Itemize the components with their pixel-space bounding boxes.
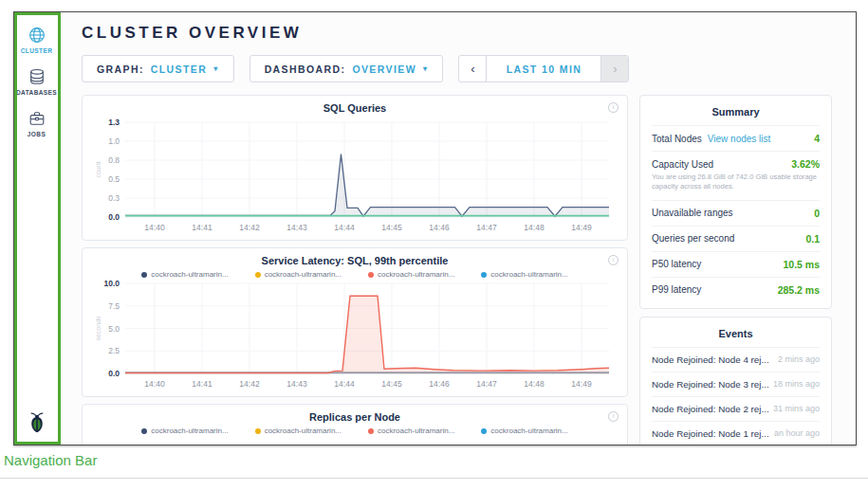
event-time: 18 mins ago [773,379,820,389]
event-row: Node Rejoined: Node 1 rej... an hour ago [652,421,820,445]
p50-latency-row: P50 latency 10.5 ms [652,251,820,277]
legend-item: cockroach-ultramarin... [368,426,454,435]
event-time: 31 mins ago [773,404,820,413]
legend-dot-icon [255,428,261,434]
info-icon[interactable]: i [608,102,619,113]
p99-latency-row: P99 latency 285.2 ms [652,277,820,302]
graph-dropdown[interactable]: GRAPH: CLUSTER ▾ [82,55,234,82]
legend-dot-icon [368,272,374,278]
time-range-next-button[interactable]: › [600,56,628,82]
event-row: Node Rejoined: Node 3 rej... 18 mins ago [652,372,820,396]
legend-dot-icon [255,272,261,278]
navigation-bar-annotation-label: Navigation Bar [4,452,97,468]
dashboard-dropdown[interactable]: DASHBOARD: OVERVIEW ▾ [249,55,444,82]
svg-text:seconds: seconds [95,316,102,341]
sidebar-item-jobs[interactable]: JOBS [14,109,59,137]
svg-text:14:41: 14:41 [192,379,212,389]
event-text: Node Rejoined: Node 4 rej... [652,354,769,365]
legend-item: cockroach-ultramarin... [368,270,454,279]
legend-item: cockroach-ultramarin... [141,426,228,435]
toolbar: GRAPH: CLUSTER ▾ DASHBOARD: OVERVIEW ▾ ‹… [82,55,844,82]
sidebar-item-label: CLUSTER [14,47,59,54]
legend-item: cockroach-ultramarin... [481,426,567,435]
svg-text:0.5: 0.5 [108,174,120,184]
chart-title: Replicas per Node [93,410,617,424]
jobs-briefcase-icon [28,109,46,128]
info-icon[interactable]: i [608,255,619,265]
svg-text:14:40: 14:40 [144,223,165,232]
chevron-down-icon: ▾ [423,64,428,73]
cluster-globe-icon [28,26,46,45]
svg-text:7.5: 7.5 [108,301,120,311]
dashboard-dropdown-label: DASHBOARD: [265,64,346,75]
svg-text:14:41: 14:41 [192,223,212,232]
svg-text:14:49: 14:49 [571,223,592,232]
dashboard-content: SQL Queries i 1.31.00.80.50.30.0count14:… [82,95,844,445]
p50-latency-value: 10.5 ms [783,259,820,270]
svg-text:14:45: 14:45 [381,223,402,232]
p99-latency-value: 285.2 ms [778,284,820,296]
p50-latency-label: P50 latency [652,259,701,269]
chart-title: Service Latency: SQL, 99th percentile [93,254,617,267]
sidebar-item-label: JOBS [14,131,59,137]
svg-text:1.0: 1.0 [108,136,120,146]
navigation-bar: CLUSTER DATABASES [14,12,60,445]
event-text: Node Rejoined: Node 3 rej... [652,379,769,390]
graph-dropdown-label: GRAPH: [97,64,144,75]
capacity-used-row: Capacity Used 3.62% You are using 26.8 G… [652,151,820,200]
cockroach-labs-logo[interactable] [14,410,59,439]
page-title: CLUSTER OVERVIEW [82,24,844,43]
info-icon[interactable]: i [608,411,619,422]
queries-per-second-label: Queries per second [652,233,734,244]
event-text: Node Rejoined: Node 1 rej... [652,428,769,439]
view-nodes-list-link[interactable]: View nodes list [708,134,771,144]
svg-text:0.0: 0.0 [108,369,120,378]
service-latency-chart: 10.07.55.02.50.0seconds14:4014:4114:4214… [93,279,615,390]
summary-panel: Summary Total Nodes View nodes list 4 Ca… [639,95,832,309]
event-time: 2 mins ago [778,354,820,364]
graph-dropdown-value: CLUSTER [151,64,207,75]
time-range-label[interactable]: LAST 10 MIN [487,56,600,82]
p99-latency-label: P99 latency [652,284,701,295]
total-nodes-row: Total Nodes View nodes list 4 [652,125,820,151]
svg-text:10.0: 10.0 [103,279,120,288]
chart-legend: cockroach-ultramarin...cockroach-ultrama… [93,270,617,279]
legend-item: cockroach-ultramarin... [481,270,567,279]
svg-text:14:46: 14:46 [429,379,450,389]
cockroachdb-admin-ui-window: CLUSTER DATABASES [13,11,857,445]
queries-per-second-value: 0.1 [805,233,820,245]
svg-text:0.8: 0.8 [108,155,120,165]
svg-text:14:42: 14:42 [239,379,260,389]
svg-text:5.0: 5.0 [108,324,120,334]
events-title: Events [652,325,820,347]
svg-text:14:49: 14:49 [571,379,592,389]
event-text: Node Rejoined: Node 2 rej... [652,404,769,414]
svg-text:14:43: 14:43 [286,379,307,389]
svg-text:count: count [95,161,102,177]
svg-text:2.5: 2.5 [108,346,120,355]
sidebar-item-cluster[interactable]: CLUSTER [14,26,59,54]
legend-item: cockroach-ultramarin... [255,270,342,279]
legend-dot-icon [141,428,147,434]
charts-column: SQL Queries i 1.31.00.80.50.30.0count14:… [82,95,628,445]
main-content: CLUSTER OVERVIEW GRAPH: CLUSTER ▾ DASHBO… [61,12,856,445]
unavailable-ranges-row: Unavailable ranges 0 [652,200,820,226]
legend-dot-icon [141,272,147,278]
time-range-prev-button[interactable]: ‹ [459,56,487,82]
svg-text:14:46: 14:46 [429,223,450,232]
replicas-per-node-chart: 400 [93,435,615,445]
legend-item: cockroach-ultramarin... [141,270,228,279]
chevron-down-icon: ▾ [213,64,218,73]
total-nodes-label: Total Nodes [652,134,702,144]
dashboard-dropdown-value: OVERVIEW [352,64,416,75]
event-time: an hour ago [774,428,820,438]
sql-queries-chart: 1.31.00.80.50.30.0count14:4014:4114:4214… [93,115,615,234]
legend-dot-icon [481,272,487,278]
svg-text:14:44: 14:44 [334,379,355,389]
svg-text:14:48: 14:48 [524,223,545,232]
sidebar-item-databases[interactable]: DATABASES [14,67,59,96]
legend-dot-icon [481,428,487,434]
svg-text:1.3: 1.3 [108,118,120,127]
svg-text:14:43: 14:43 [286,223,307,232]
databases-icon [28,67,46,86]
